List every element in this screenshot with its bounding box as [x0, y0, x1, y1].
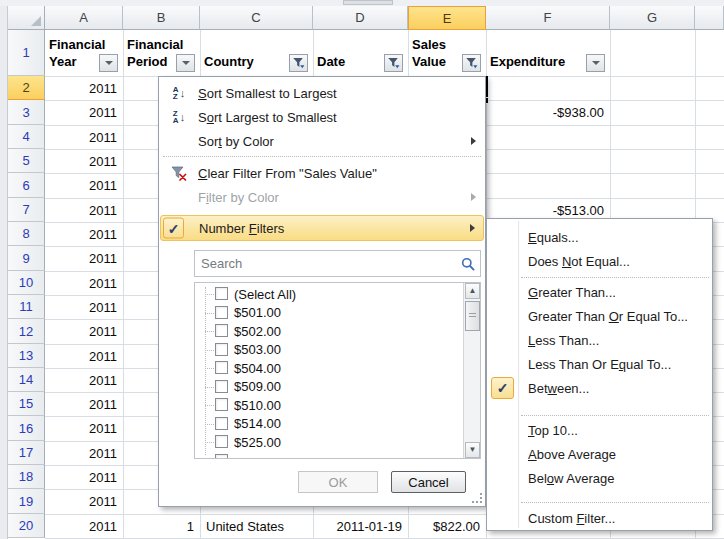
row-header-8[interactable]: 8 — [8, 222, 45, 246]
cell-d20[interactable]: 2011-01-19 — [313, 514, 408, 538]
cell-f3[interactable]: -$938.00 — [486, 100, 610, 125]
cell-a18[interactable]: 2011 — [45, 465, 123, 489]
column-header-g[interactable]: G — [610, 6, 695, 30]
menu-item-between[interactable]: ✓Between... — [487, 376, 712, 400]
checkbox-unchecked[interactable] — [215, 361, 228, 374]
cell-a11[interactable]: 2011 — [45, 295, 123, 319]
cell-a8[interactable]: 2011 — [45, 222, 123, 246]
cell-a12[interactable]: 2011 — [45, 319, 123, 344]
scroll-down-icon[interactable]: ▼ — [465, 442, 480, 458]
filter-value-select-all[interactable]: (Select All) — [195, 285, 445, 303]
ok-button[interactable]: OK — [298, 471, 378, 493]
checkbox-unchecked[interactable] — [215, 324, 228, 337]
menu-item-top-10[interactable]: Top 10... — [487, 418, 712, 442]
scroll-thumb[interactable] — [465, 301, 480, 331]
cell-a20[interactable]: 2011 — [45, 514, 123, 538]
cell-a2[interactable]: 2011 — [45, 76, 123, 100]
checkbox-unchecked[interactable] — [215, 380, 228, 393]
cell-a5[interactable]: 2011 — [45, 149, 123, 173]
filter-value-509-00[interactable]: $509.00 — [195, 378, 445, 396]
column-header-d[interactable]: D — [313, 6, 408, 30]
menu-item-sort-by-color[interactable]: Sort by Color — [160, 129, 484, 153]
row-header-4[interactable]: 4 — [8, 125, 45, 149]
checkbox-unchecked[interactable] — [215, 306, 228, 319]
row-header-6[interactable]: 6 — [8, 173, 45, 198]
list-scrollbar[interactable]: ▲ ▼ — [463, 283, 480, 458]
checkbox-unchecked[interactable] — [215, 287, 228, 300]
row-header-5[interactable]: 5 — [8, 149, 45, 173]
checkbox-unchecked[interactable] — [215, 417, 228, 430]
column-header-e[interactable]: E — [408, 6, 486, 30]
menu-item-below-average[interactable]: Below Average — [487, 466, 712, 490]
cancel-button[interactable]: Cancel — [391, 471, 466, 493]
cell-a15[interactable]: 2011 — [45, 392, 123, 416]
menu-item-equals[interactable]: Equals... — [487, 225, 712, 249]
menu-item-sort-smallest-to-largest[interactable]: AZ↓Sort Smallest to Largest — [160, 81, 484, 105]
row-header-20[interactable]: 20 — [8, 514, 45, 538]
expenditure-dropdown-button[interactable] — [586, 54, 605, 72]
cell-a19[interactable]: 2011 — [45, 489, 123, 514]
menu-item-greater-than-or-equal-to[interactable]: Greater Than Or Equal To... — [487, 304, 712, 328]
cell-a10[interactable]: 2011 — [45, 271, 123, 295]
financial-year-dropdown-button[interactable] — [99, 54, 118, 72]
row-header-12[interactable]: 12 — [8, 319, 45, 344]
row-header-1[interactable]: 1 — [8, 30, 45, 76]
cell-a4[interactable]: 2011 — [45, 125, 123, 149]
menu-item-above-average[interactable]: Above Average — [487, 442, 712, 466]
menu-item-does-not-equal[interactable]: Does Not Equal... — [487, 249, 712, 273]
row-header-3[interactable]: 3 — [8, 100, 45, 125]
filter-value-514-00[interactable]: $514.00 — [195, 415, 445, 433]
cell-a13[interactable]: 2011 — [45, 344, 123, 368]
row-header-18[interactable]: 18 — [8, 465, 45, 489]
cell-a14[interactable]: 2011 — [45, 368, 123, 392]
select-all-corner[interactable] — [8, 6, 45, 30]
search-icon[interactable] — [461, 257, 475, 275]
filter-value-503-00[interactable]: $503.00 — [195, 341, 445, 359]
filter-value-502-00[interactable]: $502.00 — [195, 322, 445, 340]
menu-item-clear-filter-from-sales-value[interactable]: Clear Filter From "Sales Value" — [160, 161, 484, 185]
date-filtered-funnel-button[interactable] — [384, 54, 403, 72]
financial-period-dropdown-button[interactable] — [176, 54, 195, 72]
row-header-2[interactable]: 2 — [8, 76, 45, 100]
sales-value-filtered-funnel-button[interactable] — [462, 54, 481, 72]
checkbox-unchecked[interactable] — [215, 435, 228, 448]
checkbox-unchecked[interactable] — [215, 398, 228, 411]
filter-value-510-00[interactable]: $510.00 — [195, 396, 445, 414]
cell-a16[interactable]: 2011 — [45, 416, 123, 441]
row-header-10[interactable]: 10 — [8, 271, 45, 295]
filter-value-501-00[interactable]: $501.00 — [195, 304, 445, 322]
row-header-9[interactable]: 9 — [8, 246, 45, 271]
menu-item-custom-filter[interactable]: Custom Filter... — [487, 506, 712, 530]
menu-item-less-than[interactable]: Less Than... — [487, 328, 712, 352]
column-header-c[interactable]: C — [200, 6, 313, 30]
cell-a3[interactable]: 2011 — [45, 100, 123, 125]
menu-item-greater-than[interactable]: Greater Than... — [487, 280, 712, 304]
row-header-11[interactable]: 11 — [8, 295, 45, 319]
resize-grip[interactable] — [472, 493, 482, 503]
row-header-14[interactable]: 14 — [8, 368, 45, 392]
country-filtered-funnel-button[interactable] — [289, 54, 308, 72]
checkbox-unchecked[interactable] — [215, 343, 228, 356]
column-header-b[interactable]: B — [123, 6, 200, 30]
row-header-15[interactable]: 15 — [8, 392, 45, 416]
scroll-up-icon[interactable]: ▲ — [465, 283, 480, 299]
row-header-16[interactable]: 16 — [8, 416, 45, 441]
cell-a6[interactable]: 2011 — [45, 173, 123, 198]
menu-item-filter-by-color[interactable]: Filter by Color — [160, 185, 484, 209]
cell-a7[interactable]: 2011 — [45, 198, 123, 222]
column-header-a[interactable]: A — [45, 6, 123, 30]
row-header-19[interactable]: 19 — [8, 489, 45, 514]
filter-value-504-00[interactable]: $504.00 — [195, 359, 445, 377]
menu-item-number-filters[interactable]: ✓Number Filters — [160, 215, 484, 241]
row-header-7[interactable]: 7 — [8, 198, 45, 222]
cell-c20[interactable]: United States — [200, 514, 313, 538]
row-header-17[interactable]: 17 — [8, 441, 45, 465]
menu-item-sort-largest-to-smallest[interactable]: ZA↓Sort Largest to Smallest — [160, 105, 484, 129]
cell-a9[interactable]: 2011 — [45, 246, 123, 271]
column-header-f[interactable]: F — [486, 6, 610, 30]
menu-item-less-than-or-equal-to[interactable]: Less Than Or Equal To... — [487, 352, 712, 376]
search-input[interactable] — [195, 251, 480, 276]
cell-a17[interactable]: 2011 — [45, 441, 123, 465]
row-header-13[interactable]: 13 — [8, 344, 45, 368]
filter-value-525-00[interactable]: $525.00 — [195, 433, 445, 451]
